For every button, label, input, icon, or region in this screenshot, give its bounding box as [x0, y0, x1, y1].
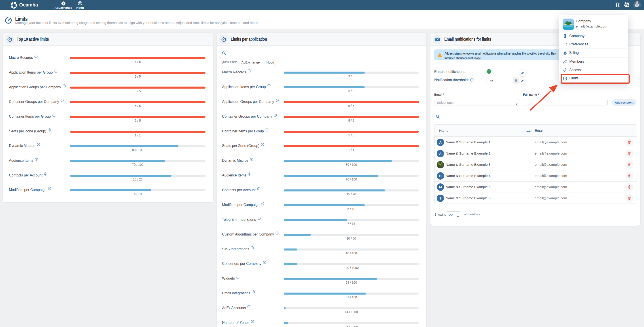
svg-text:$: $: [564, 52, 566, 54]
